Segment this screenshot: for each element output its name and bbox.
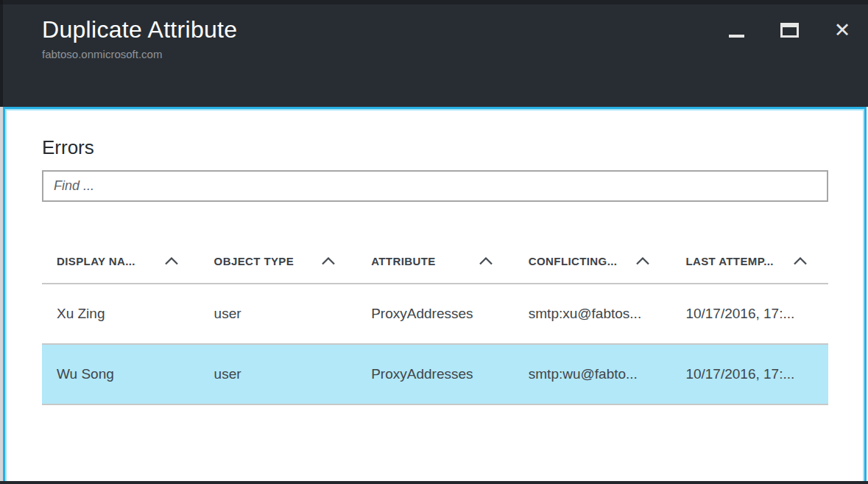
table-row[interactable]: Xu Zing user ProxyAddresses smtp:xu@fabt… (42, 284, 828, 345)
maximize-icon (780, 23, 799, 38)
cell-attribute: ProxyAddresses (356, 284, 514, 343)
column-label: OBJECT TYPE (214, 255, 294, 267)
errors-heading: Errors (42, 136, 864, 159)
column-header-display-name[interactable]: DISPLAY NA... (42, 239, 200, 283)
table-header-row: DISPLAY NA... OBJECT TYPE ATTRIBUTE (42, 239, 828, 284)
close-icon: ✕ (834, 21, 851, 40)
column-label: CONFLICTING... (529, 255, 618, 267)
titlebar: Duplicate Attribute fabtoso.onmicrosoft.… (0, 4, 868, 107)
cell-attribute: ProxyAddresses (356, 345, 514, 404)
cell-last-attempt: 10/17/2016, 17:... (671, 345, 828, 404)
minimize-button[interactable] (727, 21, 746, 40)
chevron-up-icon (321, 257, 336, 265)
window-controls: ✕ (727, 21, 852, 40)
column-header-attribute[interactable]: ATTRIBUTE (356, 239, 514, 283)
window-bottom-edge (0, 481, 868, 484)
chevron-up-icon (635, 257, 650, 265)
maximize-button[interactable] (780, 21, 799, 40)
cell-display-name: Wu Song (42, 345, 200, 404)
column-label: ATTRIBUTE (371, 255, 435, 267)
chevron-up-icon (793, 257, 808, 265)
cell-object-type: user (200, 284, 357, 343)
minimize-icon (729, 35, 744, 38)
find-input[interactable] (42, 170, 828, 202)
tenant-subtitle: fabtoso.onmicrosoft.com (42, 48, 868, 60)
duplicate-attribute-dialog: Duplicate Attribute fabtoso.onmicrosoft.… (0, 0, 868, 484)
column-header-last-attempt[interactable]: LAST ATTEMP... (671, 239, 828, 283)
cell-conflicting-value: smtp:wu@fabto... (514, 345, 671, 404)
column-header-conflicting[interactable]: CONFLICTING... (514, 239, 671, 283)
cell-display-name: Xu Zing (42, 284, 200, 343)
column-label: DISPLAY NA... (57, 255, 135, 267)
cell-object-type: user (200, 345, 357, 404)
errors-table: DISPLAY NA... OBJECT TYPE ATTRIBUTE (42, 239, 828, 405)
cell-conflicting-value: smtp:xu@fabtos... (514, 284, 671, 343)
table-row-selected[interactable]: Wu Song user ProxyAddresses smtp:wu@fabt… (42, 345, 828, 405)
column-label: LAST ATTEMP... (685, 255, 774, 267)
chevron-up-icon (479, 257, 493, 265)
cell-last-attempt: 10/17/2016, 17:... (671, 284, 828, 343)
column-header-object-type[interactable]: OBJECT TYPE (200, 239, 357, 283)
close-button[interactable]: ✕ (833, 21, 852, 40)
errors-panel: Errors DISPLAY NA... OBJECT TYPE ATT (3, 107, 867, 481)
chevron-up-icon (164, 257, 179, 265)
